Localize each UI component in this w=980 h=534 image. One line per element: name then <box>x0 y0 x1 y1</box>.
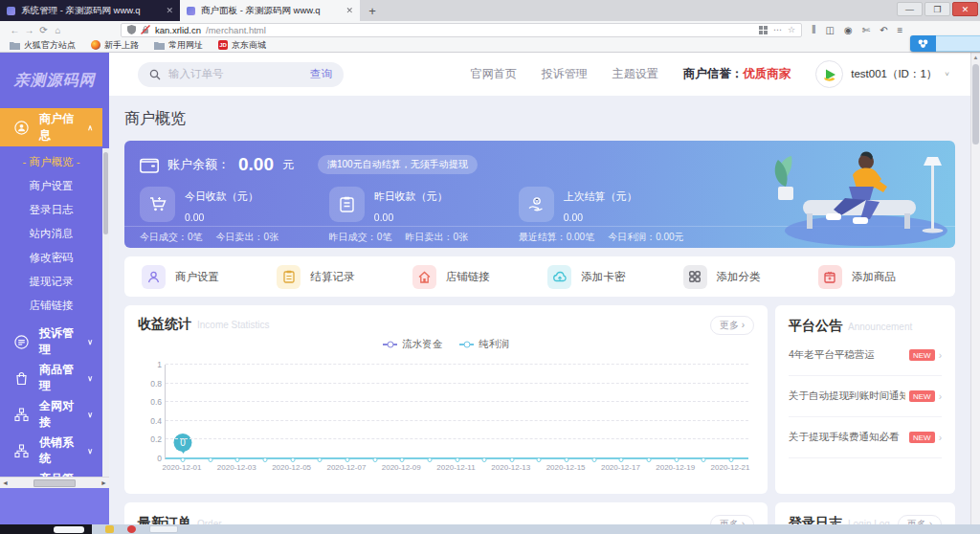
minimize-button[interactable]: — <box>897 2 923 16</box>
reload-icon[interactable]: ⟳ <box>36 25 51 35</box>
sitemap-icon <box>14 444 29 458</box>
action-add-product[interactable]: 添加商品 <box>818 265 896 289</box>
sidebar: 亲测源码网 商户信息 ∧ - 商户概览 - 商户设置 登录日志 站内消息 修改密… <box>0 53 109 534</box>
taskbar-app-icon[interactable] <box>105 525 114 533</box>
sidebar-item-shop-link[interactable]: 店铺链接 <box>0 294 102 318</box>
sidebar-group-product-manage[interactable]: 产品管理 ∨ <box>0 469 102 477</box>
announcement-item[interactable]: 4年老平台平稳营运 NEW › <box>789 335 942 376</box>
sidebar-group-products[interactable]: 商品管理 ∨ <box>0 360 102 396</box>
legend-item-flow[interactable]: 流水资金 <box>383 338 442 351</box>
nav-official-home[interactable]: 官网首页 <box>471 66 517 82</box>
ime-field[interactable] <box>936 35 980 52</box>
cloud-upload-icon <box>547 265 571 289</box>
ime-toolbar[interactable] <box>910 35 980 52</box>
menu-icon[interactable]: ≡ <box>898 25 903 35</box>
scrollbar-thumb[interactable] <box>33 479 76 487</box>
scroll-left-arrow[interactable]: ◄ <box>2 479 9 486</box>
home-icon[interactable]: ⌂ <box>51 25 65 35</box>
ime-logo-icon[interactable] <box>910 35 936 52</box>
scrollbar-thumb[interactable] <box>103 152 108 234</box>
tab-title: 商户面板 - 亲测源码网 www.q <box>201 5 340 17</box>
sidebar-vertical-scrollbar[interactable] <box>102 148 109 477</box>
chevron-right-icon: › <box>939 350 942 361</box>
sidebar-item-merchant-settings[interactable]: 商户设置 <box>0 174 102 198</box>
legend-item-profit[interactable]: 纯利润 <box>459 338 509 351</box>
sidebars-icon[interactable]: ◫ <box>826 25 835 35</box>
sidebar-horizontal-scrollbar[interactable]: ◄ ► <box>0 477 109 488</box>
page-scrollbar[interactable]: ▲ <box>970 53 980 534</box>
sidebar-item-login-log[interactable]: 登录日志 <box>0 198 102 222</box>
chevron-right-icon: › <box>939 433 942 443</box>
tab-close-icon[interactable]: ✕ <box>345 6 353 15</box>
x-axis-tick: 2020-12-07 <box>326 463 366 472</box>
sitting-person-illustration <box>753 146 949 246</box>
scrollbar-thumb[interactable] <box>972 64 979 145</box>
user-menu[interactable]: test001（ID：1） ˅ <box>815 60 949 88</box>
sidebar-group-supply[interactable]: 供销系统 ∨ <box>0 433 102 469</box>
url-bar[interactable]: kan.xrlid.cn/merchant.html ⋯ ☆ <box>121 23 802 37</box>
sidebar-group-network[interactable]: 全网对接 ∨ <box>0 396 102 433</box>
chevron-down-icon: ∨ <box>87 447 93 456</box>
stat-label: 昨日收款（元） <box>374 189 448 204</box>
back-icon[interactable]: ← <box>8 25 22 35</box>
site-logo[interactable]: 亲测源码网 <box>0 53 109 108</box>
action-add-card-keys[interactable]: 添加卡密 <box>547 265 625 289</box>
tab-close-icon[interactable]: ✕ <box>166 6 173 15</box>
browser-tab-2[interactable]: 商户面板 - 亲测源码网 www.q ✕ <box>180 0 360 21</box>
extension-grid-icon[interactable] <box>759 26 768 34</box>
account-icon[interactable]: ◉ <box>844 25 853 35</box>
card-title: 收益统计 <box>138 316 191 333</box>
sidebar-item-change-password[interactable]: 修改密码 <box>0 246 102 270</box>
windows-taskbar[interactable] <box>0 524 980 534</box>
chart-legend: 流水资金 纯利润 <box>138 338 754 351</box>
sidebar-item-site-messages[interactable]: 站内消息 <box>0 222 102 246</box>
library-icon[interactable]: ⫼ <box>812 24 816 35</box>
forward-icon[interactable]: → <box>22 25 36 35</box>
bookmark-star-icon[interactable]: ☆ <box>788 25 795 34</box>
scroll-right-arrow[interactable]: ► <box>100 479 107 486</box>
bookmark-item[interactable]: 新手上路 <box>91 39 139 52</box>
caret-down-icon: ˅ <box>945 70 949 78</box>
bookmark-folder[interactable]: 火狐官方站点 <box>10 39 76 52</box>
action-label: 添加商品 <box>852 270 896 284</box>
nav-theme-settings[interactable]: 主题设置 <box>612 66 658 82</box>
stat-value: 0.00 <box>564 211 637 223</box>
page-actions-icon[interactable]: ⋯ <box>773 25 782 34</box>
sidebar-item-withdraw-records[interactable]: 提现记录 <box>0 270 102 294</box>
sidebar-group-complaints[interactable]: 投诉管理 ∨ <box>0 323 102 360</box>
order-search-input[interactable]: 输入订单号 查询 <box>138 62 344 87</box>
nav-complaint-manage[interactable]: 投诉管理 <box>542 66 588 82</box>
sidebar-group-merchant-info[interactable]: 商户信息 ∧ <box>0 108 102 146</box>
browser-tab-1[interactable]: 系统管理 - 亲测源码网 www.q ✕ <box>0 0 180 21</box>
taskbar-start-area[interactable] <box>0 524 92 534</box>
action-shop-link[interactable]: 店铺链接 <box>412 265 490 289</box>
action-add-category[interactable]: 添加分类 <box>683 265 761 289</box>
chart-tooltip: 0 <box>174 434 192 452</box>
bookmark-item[interactable]: JD 京东商城 <box>218 39 266 52</box>
bookmark-folder[interactable]: 常用网址 <box>154 39 203 52</box>
sidebar-item-merchant-overview[interactable]: - 商户概览 - <box>0 150 102 174</box>
top-header: 输入订单号 查询 官网首页 投诉管理 主题设置 商户信誉：优质商家 test00… <box>109 53 970 96</box>
action-settlement-records[interactable]: 结算记录 <box>277 265 354 289</box>
insecure-lock-icon[interactable] <box>141 25 150 34</box>
maximize-button[interactable]: ❐ <box>924 2 950 16</box>
search-query-button[interactable]: 查询 <box>310 67 332 81</box>
screenshot-icon[interactable]: ✄ <box>862 25 870 35</box>
x-axis-tick: 2020-12-19 <box>656 463 695 472</box>
chevron-right-icon: › <box>939 391 942 402</box>
action-merchant-settings[interactable]: 商户设置 <box>142 265 219 289</box>
close-button[interactable]: ✕ <box>952 2 978 16</box>
taskbar-app-icon[interactable] <box>127 525 136 533</box>
shield-icon[interactable] <box>127 25 136 34</box>
restore-icon[interactable]: ↶ <box>880 25 887 35</box>
taskbar-button[interactable] <box>54 526 84 533</box>
wallet-icon <box>140 157 159 173</box>
income-more-button[interactable]: 更多 › <box>710 316 754 335</box>
taskbar-app-icon[interactable] <box>149 525 178 533</box>
announcement-item[interactable]: 关于提现手续费通知必看 NEW › <box>789 417 942 458</box>
home-icon <box>412 265 436 289</box>
scroll-up-arrow[interactable]: ▲ <box>971 53 980 60</box>
url-path: /merchant.html <box>206 25 266 35</box>
announcement-item[interactable]: 关于自动提现到账时间通知必看 NEW › <box>789 376 942 417</box>
new-tab-button[interactable]: + <box>360 0 385 21</box>
